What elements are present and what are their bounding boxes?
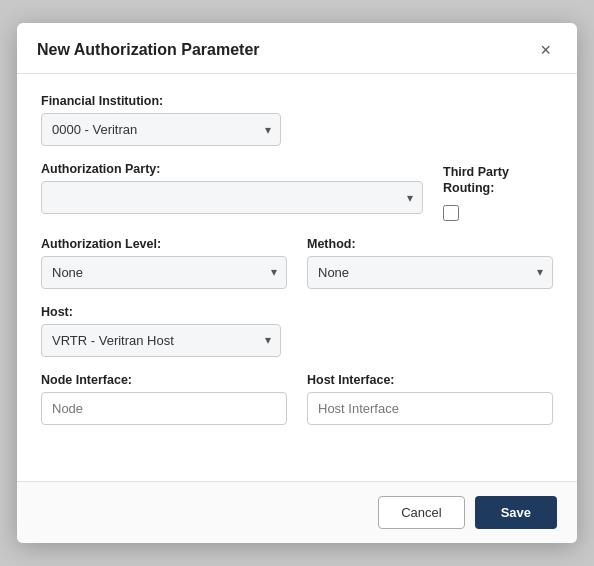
authorization-level-field: Authorization Level: None ▾ [41,237,287,289]
method-select-wrapper: None ▾ [307,256,553,289]
close-button[interactable]: × [534,39,557,61]
authorization-level-select-wrapper: None ▾ [41,256,287,289]
host-select[interactable]: VRTR - Veritran Host [41,324,281,357]
authorization-level-label: Authorization Level: [41,237,287,251]
authorization-party-select-wrapper: ▾ [41,181,423,214]
host-select-wrapper: VRTR - Veritran Host ▾ [41,324,281,357]
auth-party-row: Authorization Party: ▾ Third PartyRoutin… [41,162,553,221]
authorization-party-field: Authorization Party: ▾ [41,162,423,214]
financial-institution-field: Financial Institution: 0000 - Veritran ▾ [41,94,553,146]
authorization-party-label: Authorization Party: [41,162,423,176]
dialog-footer: Cancel Save [17,481,577,543]
host-interface-label: Host Interface: [307,373,553,387]
host-interface-input[interactable] [307,392,553,425]
host-field: Host: VRTR - Veritran Host ▾ [41,305,553,357]
dialog-header: New Authorization Parameter × [17,23,577,74]
dialog-body: Financial Institution: 0000 - Veritran ▾… [17,74,577,481]
node-host-row: Node Interface: Host Interface: [41,373,553,425]
node-interface-field: Node Interface: [41,373,287,425]
new-auth-parameter-dialog: New Authorization Parameter × Financial … [17,23,577,543]
authorization-level-select[interactable]: None [41,256,287,289]
third-party-routing-block: Third PartyRouting: [443,162,553,221]
node-interface-input[interactable] [41,392,287,425]
third-party-routing-checkbox[interactable] [443,205,459,221]
method-select[interactable]: None [307,256,553,289]
financial-institution-select[interactable]: 0000 - Veritran [41,113,281,146]
cancel-button[interactable]: Cancel [378,496,464,529]
method-field: Method: None ▾ [307,237,553,289]
third-party-routing-label: Third PartyRouting: [443,164,509,197]
financial-institution-label: Financial Institution: [41,94,553,108]
dialog-title: New Authorization Parameter [37,41,260,59]
method-label: Method: [307,237,553,251]
save-button[interactable]: Save [475,496,557,529]
host-interface-field: Host Interface: [307,373,553,425]
authorization-party-select[interactable] [41,181,423,214]
node-interface-label: Node Interface: [41,373,287,387]
financial-institution-select-wrapper: 0000 - Veritran ▾ [41,113,281,146]
level-method-row: Authorization Level: None ▾ Method: None… [41,237,553,289]
host-label: Host: [41,305,553,319]
